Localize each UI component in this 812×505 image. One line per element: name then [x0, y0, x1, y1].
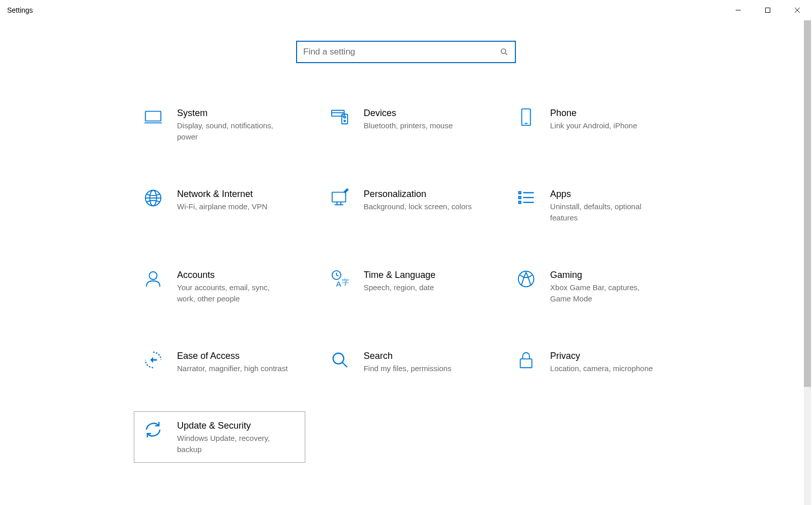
accounts-icon: [142, 268, 164, 290]
tile-desc: Display, sound, notifications, power: [177, 120, 289, 143]
system-icon: [142, 106, 164, 128]
tile-title: System: [177, 107, 297, 119]
privacy-icon: [515, 349, 537, 371]
tile-title: Personalization: [364, 188, 483, 200]
svg-point-4: [501, 49, 506, 53]
tile-title: Update & Security: [177, 420, 297, 432]
svg-rect-1: [766, 8, 770, 13]
tile-desc: Narrator, magnifier, high contrast: [177, 363, 289, 374]
devices-icon: [329, 106, 351, 128]
tile-desc: Bluetooth, printers, mouse: [364, 120, 476, 131]
tile-title: Network & Internet: [177, 188, 297, 200]
svg-text:字: 字: [341, 278, 349, 286]
tile-personalization[interactable]: Personalization Background, lock screen,…: [321, 180, 492, 231]
svg-line-31: [336, 275, 338, 276]
svg-point-34: [518, 271, 534, 287]
svg-line-37: [342, 362, 347, 367]
search-wrap: [0, 41, 812, 63]
svg-rect-23: [519, 197, 521, 199]
apps-icon: [515, 187, 537, 209]
tile-desc: Find my files, permissions: [364, 363, 476, 374]
svg-rect-24: [519, 202, 521, 204]
tile-desc: Your accounts, email, sync, work, other …: [177, 282, 289, 304]
ease-icon: [142, 349, 164, 371]
minimize-button[interactable]: [723, 0, 753, 20]
tile-title: Apps: [550, 188, 670, 200]
tile-time[interactable]: A字 Time & Language Speech, region, date: [321, 261, 492, 312]
tile-title: Phone: [550, 107, 670, 119]
search-input[interactable]: [303, 47, 500, 57]
tile-title: Devices: [364, 107, 483, 119]
tile-title: Privacy: [550, 350, 670, 362]
update-icon: [142, 419, 164, 440]
scrollbar[interactable]: [804, 20, 811, 505]
tile-desc: Speech, region, date: [364, 282, 476, 293]
tile-ease[interactable]: Ease of Access Narrator, magnifier, high…: [134, 342, 305, 382]
tile-network[interactable]: Network & Internet Wi-Fi, airplane mode,…: [134, 180, 305, 231]
tile-desc: Windows Update, recovery, backup: [177, 433, 289, 455]
tile-title: Search: [364, 350, 483, 362]
svg-rect-22: [519, 192, 521, 194]
close-icon: [794, 7, 800, 13]
scrollbar-thumb[interactable]: [804, 20, 811, 387]
tile-phone[interactable]: Phone Link your Android, iPhone: [507, 99, 678, 150]
close-button[interactable]: [782, 0, 812, 20]
tile-devices[interactable]: Devices Bluetooth, printers, mouse: [321, 99, 492, 150]
tile-desc: Uninstall, defaults, optional features: [550, 201, 662, 223]
globe-icon: [142, 187, 164, 209]
search-icon: [500, 47, 509, 57]
minimize-icon: [735, 7, 741, 13]
personalization-icon: [329, 187, 351, 209]
svg-rect-18: [332, 192, 345, 202]
svg-rect-38: [520, 359, 532, 368]
search-box[interactable]: [296, 41, 516, 63]
tile-desc: Link your Android, iPhone: [550, 120, 662, 131]
svg-text:A: A: [336, 279, 341, 288]
tile-title: Ease of Access: [177, 350, 297, 362]
titlebar: Settings: [0, 0, 812, 20]
search-category-icon: [329, 349, 351, 371]
window-controls: [723, 0, 812, 20]
svg-point-29: [332, 271, 340, 279]
tile-title: Gaming: [550, 269, 670, 281]
tile-title: Accounts: [177, 269, 297, 281]
tile-desc: Xbox Game Bar, captures, Game Mode: [550, 282, 662, 304]
tile-update[interactable]: Update & Security Windows Update, recove…: [134, 411, 305, 463]
svg-point-28: [149, 272, 157, 279]
time-language-icon: A字: [329, 268, 351, 290]
tile-gaming[interactable]: Gaming Xbox Game Bar, captures, Game Mod…: [507, 261, 678, 312]
svg-line-5: [505, 53, 507, 55]
svg-rect-13: [522, 109, 531, 125]
maximize-button[interactable]: [753, 0, 782, 20]
tile-desc: Wi-Fi, airplane mode, VPN: [177, 201, 289, 212]
tile-desc: Location, camera, microphone: [550, 363, 662, 374]
tile-search[interactable]: Search Find my files, permissions: [321, 342, 492, 382]
tile-system[interactable]: System Display, sound, notifications, po…: [134, 99, 305, 150]
svg-point-11: [343, 116, 345, 118]
tile-accounts[interactable]: Accounts Your accounts, email, sync, wor…: [134, 261, 305, 312]
maximize-icon: [765, 7, 771, 13]
tile-privacy[interactable]: Privacy Location, camera, microphone: [507, 342, 678, 382]
tile-apps[interactable]: Apps Uninstall, defaults, optional featu…: [507, 180, 678, 231]
svg-point-36: [333, 353, 343, 363]
svg-point-12: [344, 120, 345, 122]
tile-desc: Background, lock screen, colors: [364, 201, 476, 212]
gaming-icon: [515, 268, 537, 290]
tile-title: Time & Language: [364, 269, 483, 281]
phone-icon: [515, 106, 537, 128]
svg-rect-6: [146, 111, 161, 121]
settings-grid: System Display, sound, notifications, po…: [134, 99, 678, 463]
window-title: Settings: [7, 6, 33, 14]
